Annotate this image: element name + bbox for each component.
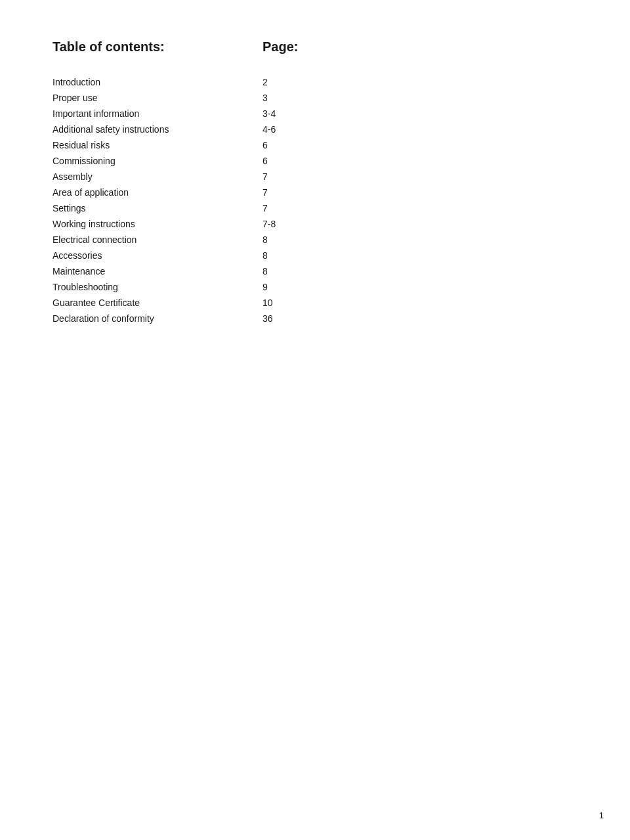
page-number-footer: 1	[599, 810, 604, 820]
toc-item-page: 8	[262, 248, 578, 263]
toc-item-page: 4-6	[262, 122, 578, 137]
toc-row: Maintenance8	[52, 263, 578, 279]
toc-row: Electrical connection8	[52, 232, 578, 248]
toc-item-page: 7-8	[262, 216, 578, 232]
toc-item-title: Residual risks	[52, 137, 262, 153]
toc-item-page: 7	[262, 169, 578, 185]
toc-item-title: Maintenance	[52, 263, 262, 279]
toc-row: Troubleshooting9	[52, 279, 578, 295]
toc-row: Declaration of conformity36	[52, 311, 578, 326]
toc-item-page: 3-4	[262, 106, 578, 122]
toc-row: Assembly7	[52, 169, 578, 185]
toc-item-title: Assembly	[52, 169, 262, 185]
toc-row: Accessories8	[52, 248, 578, 263]
toc-item-page: 10	[262, 295, 578, 311]
toc-title: Table of contents:	[52, 39, 262, 55]
toc-item-page: 7	[262, 200, 578, 216]
toc-row: Guarantee Certificate10	[52, 295, 578, 311]
toc-row: Commissioning6	[52, 153, 578, 169]
toc-item-title: Settings	[52, 200, 262, 216]
toc-item-title: Important information	[52, 106, 262, 122]
toc-item-page: 7	[262, 185, 578, 200]
toc-item-page: 9	[262, 279, 578, 295]
toc-row: Area of application7	[52, 185, 578, 200]
page-column-header: Page:	[262, 39, 298, 55]
toc-item-page: 8	[262, 232, 578, 248]
toc-item-title: Additional safety instructions	[52, 122, 262, 137]
toc-item-title: Proper use	[52, 90, 262, 106]
toc-item-title: Troubleshooting	[52, 279, 262, 295]
toc-table: Introduction2Proper use3Important inform…	[52, 74, 578, 326]
toc-item-page: 6	[262, 137, 578, 153]
toc-row: Important information3-4	[52, 106, 578, 122]
toc-item-title: Area of application	[52, 185, 262, 200]
toc-item-title: Electrical connection	[52, 232, 262, 248]
toc-row: Residual risks6	[52, 137, 578, 153]
toc-item-page: 6	[262, 153, 578, 169]
toc-item-title: Working instructions	[52, 216, 262, 232]
toc-item-title: Introduction	[52, 74, 262, 90]
toc-item-title: Commissioning	[52, 153, 262, 169]
toc-item-title: Declaration of conformity	[52, 311, 262, 326]
toc-row: Settings7	[52, 200, 578, 216]
toc-item-page: 8	[262, 263, 578, 279]
toc-row: Working instructions7-8	[52, 216, 578, 232]
toc-item-title: Guarantee Certificate	[52, 295, 262, 311]
toc-row: Proper use3	[52, 90, 578, 106]
toc-item-page: 2	[262, 74, 578, 90]
page: Table of contents: Page: Introduction2Pr…	[0, 0, 630, 840]
toc-item-page: 36	[262, 311, 578, 326]
toc-item-page: 3	[262, 90, 578, 106]
toc-row: Introduction2	[52, 74, 578, 90]
toc-item-title: Accessories	[52, 248, 262, 263]
toc-row: Additional safety instructions4-6	[52, 122, 578, 137]
toc-header: Table of contents: Page:	[52, 39, 578, 55]
